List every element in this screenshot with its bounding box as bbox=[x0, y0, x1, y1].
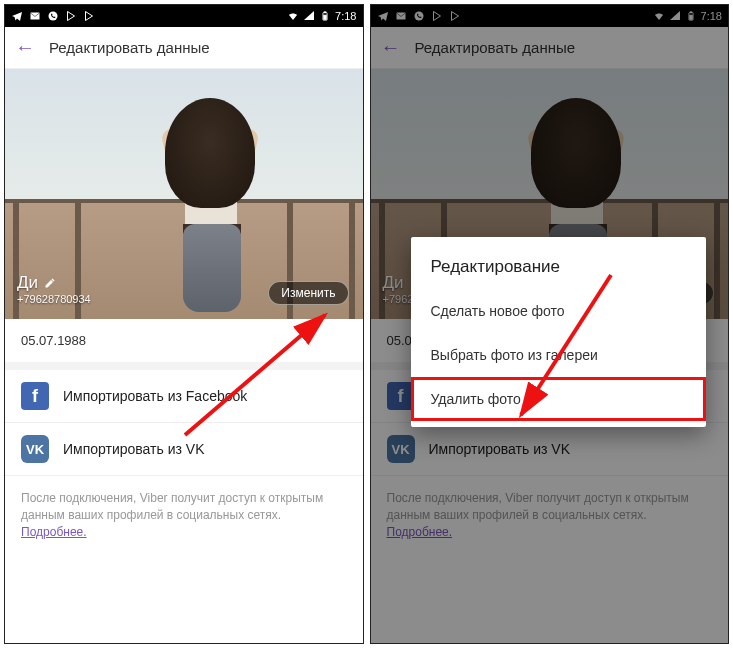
app-bar: ← Редактировать данные bbox=[5, 27, 363, 69]
viber-icon bbox=[47, 10, 59, 22]
signal-icon bbox=[303, 10, 315, 22]
back-icon[interactable]: ← bbox=[15, 36, 35, 59]
profile-phone: +79628780934 bbox=[17, 293, 91, 305]
play-icon bbox=[65, 10, 77, 22]
dob-field[interactable]: 05.07.1988 bbox=[5, 319, 363, 370]
status-time: 7:18 bbox=[335, 10, 356, 22]
dialog-item-delete[interactable]: Удалить фото bbox=[411, 377, 707, 421]
more-link[interactable]: Подробнее. bbox=[21, 525, 87, 539]
import-vk-label: Импортировать из VK bbox=[63, 441, 205, 457]
dialog-item-new-photo[interactable]: Сделать новое фото bbox=[411, 289, 707, 333]
footer-note: После подключения, Viber получит доступ … bbox=[5, 476, 363, 554]
telegram-icon bbox=[11, 10, 23, 22]
import-facebook-label: Импортировать из Facebook bbox=[63, 388, 247, 404]
svg-rect-4 bbox=[324, 15, 327, 19]
status-bar: 7:18 bbox=[5, 5, 363, 27]
page-title: Редактировать данные bbox=[49, 39, 210, 56]
dialog-item-gallery[interactable]: Выбрать фото из галереи bbox=[411, 333, 707, 377]
edit-photo-dialog: Редактирование Сделать новое фото Выбрат… bbox=[411, 237, 707, 427]
change-photo-button[interactable]: Изменить bbox=[268, 281, 348, 305]
svg-point-1 bbox=[49, 12, 58, 21]
profile-cover: Ди +79628780934 Изменить bbox=[5, 69, 363, 319]
mail-icon bbox=[29, 10, 41, 22]
phone-left: 7:18 ← Редактировать данные Ди +79628780… bbox=[4, 4, 364, 644]
facebook-icon: f bbox=[21, 382, 49, 410]
play-icon-2 bbox=[83, 10, 95, 22]
wifi-icon bbox=[287, 10, 299, 22]
import-vk-row[interactable]: VK Импортировать из VK bbox=[5, 423, 363, 476]
battery-icon bbox=[319, 10, 331, 22]
svg-rect-3 bbox=[324, 12, 326, 13]
svg-rect-0 bbox=[31, 13, 40, 20]
profile-name: Ди bbox=[17, 273, 38, 293]
vk-icon: VK bbox=[21, 435, 49, 463]
import-facebook-row[interactable]: f Импортировать из Facebook bbox=[5, 370, 363, 423]
edit-name-icon[interactable] bbox=[44, 277, 56, 289]
phone-right: 7:18 ← Редактировать данные Ди +79628780… bbox=[370, 4, 730, 644]
dialog-title: Редактирование bbox=[411, 253, 707, 289]
